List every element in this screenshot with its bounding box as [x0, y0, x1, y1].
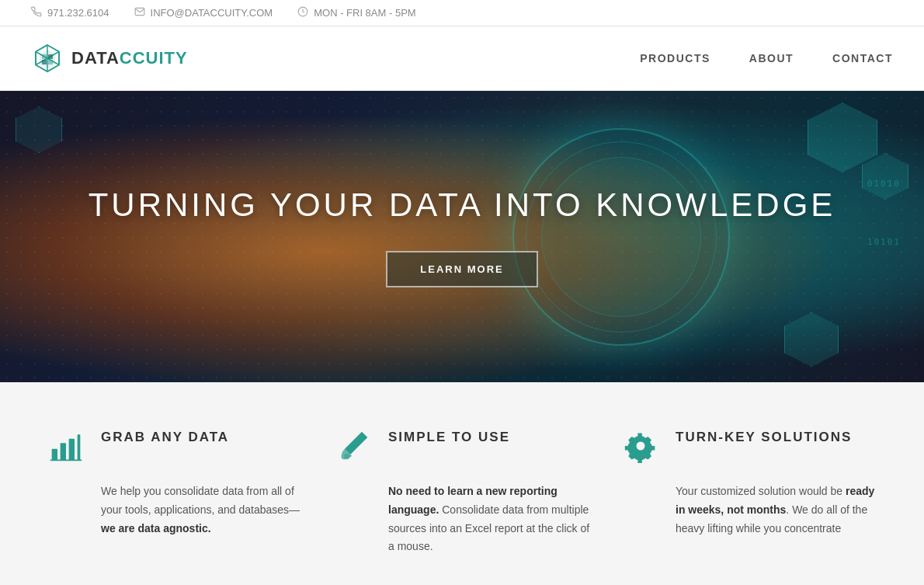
main-nav: PRODUCTS ABOUT CONTACT — [640, 52, 893, 64]
svg-rect-9 — [48, 60, 53, 64]
brush-icon — [334, 429, 373, 470]
svg-rect-11 — [61, 443, 66, 460]
phone-number: 971.232.6104 — [47, 7, 109, 19]
binary-text-2: 10101 — [867, 237, 901, 247]
hero-content: TURNING YOUR DATA INTO KNOWLEDGE LEARN M… — [89, 186, 836, 287]
feature-simple-text: No need to learn a new reporting languag… — [334, 482, 590, 556]
feature-grab-data: GRAB ANY DATA We help you consolidate da… — [47, 429, 303, 556]
feature-grab-data-header: GRAB ANY DATA — [47, 429, 303, 470]
phone-icon — [31, 6, 42, 19]
feature-turnkey-text: Your customized solution would be ready … — [621, 482, 877, 538]
site-header: DATACCUITY PRODUCTS ABOUT CONTACT — [0, 26, 924, 91]
hero-section: 01010 10101 TURNING YOUR DATA INTO KNOWL… — [0, 91, 924, 382]
feature-turnkey-title: TURN-KEY SOLUTIONS — [676, 429, 852, 446]
learn-more-button[interactable]: LEARN MORE — [386, 251, 537, 287]
nav-about[interactable]: ABOUT — [749, 52, 794, 64]
clock-icon — [297, 6, 308, 19]
feature-grab-data-title: GRAB ANY DATA — [101, 429, 229, 446]
logo-text: DATACCUITY — [71, 48, 188, 68]
logo-icon — [31, 42, 64, 75]
hours-item: MON - FRI 8AM - 5PM — [297, 6, 415, 19]
feature-grab-data-text: We help you consolidate data from all of… — [47, 482, 303, 538]
chart-icon — [47, 429, 85, 470]
nav-contact[interactable]: CONTACT — [832, 52, 893, 64]
feature-simple-title: SIMPLE TO USE — [388, 429, 510, 446]
svg-rect-8 — [42, 60, 47, 64]
svg-rect-13 — [78, 434, 81, 460]
svg-rect-10 — [52, 449, 57, 461]
email-icon — [134, 6, 145, 19]
feature-simple: SIMPLE TO USE No need to learn a new rep… — [334, 429, 590, 556]
feature-turnkey-header: TURN-KEY SOLUTIONS — [621, 429, 877, 470]
features-section: GRAB ANY DATA We help you consolidate da… — [0, 382, 924, 585]
binary-text-1: 01010 — [867, 179, 901, 189]
svg-rect-6 — [42, 54, 47, 59]
svg-rect-7 — [48, 54, 53, 59]
business-hours: MON - FRI 8AM - 5PM — [314, 7, 415, 19]
svg-point-15 — [344, 454, 349, 459]
feature-simple-header: SIMPLE TO USE — [334, 429, 590, 470]
svg-point-16 — [637, 442, 645, 451]
hero-title: TURNING YOUR DATA INTO KNOWLEDGE — [89, 186, 836, 224]
email-item: INFO@DATACCUITY.COM — [134, 6, 273, 19]
nav-products[interactable]: PRODUCTS — [640, 52, 710, 64]
svg-rect-12 — [69, 439, 75, 461]
feature-turnkey: TURN-KEY SOLUTIONS Your customized solut… — [621, 429, 877, 556]
email-address: INFO@DATACCUITY.COM — [151, 7, 273, 19]
logo[interactable]: DATACCUITY — [31, 42, 188, 75]
top-bar: 971.232.6104 INFO@DATACCUITY.COM MON - F… — [0, 0, 924, 26]
gear-icon — [621, 429, 660, 470]
phone-item: 971.232.6104 — [31, 6, 109, 19]
